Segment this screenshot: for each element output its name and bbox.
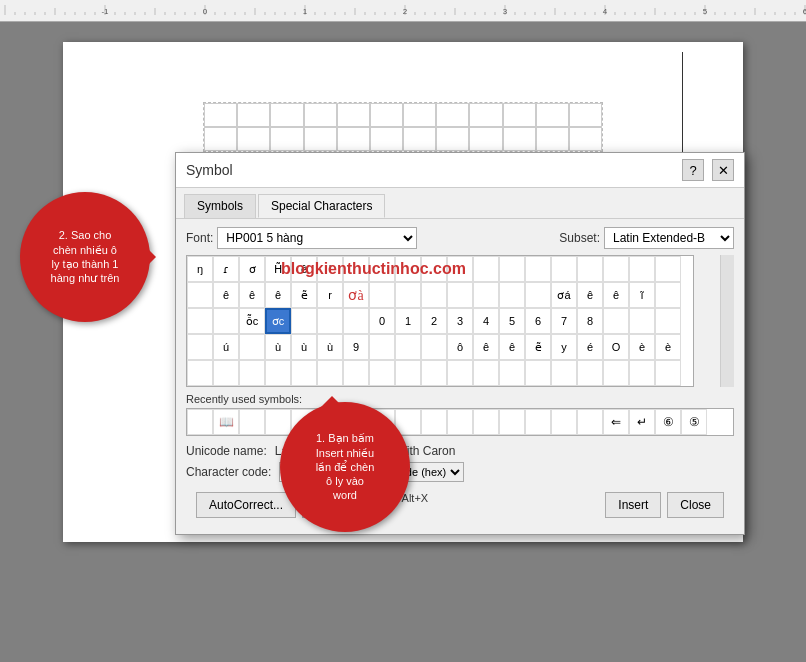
shortcut-button[interactable]: Shortcut... [302,492,383,518]
symbol-cell[interactable] [421,360,447,386]
symbol-cell[interactable] [265,360,291,386]
symbol-cell[interactable] [343,360,369,386]
symbol-cell[interactable] [577,256,603,282]
symbol-cell[interactable] [369,256,395,282]
symbol-cell[interactable] [499,256,525,282]
symbol-cell[interactable]: ơà [343,282,369,308]
recently-used-cell[interactable] [447,409,473,435]
symbol-cell[interactable] [473,282,499,308]
symbol-cell[interactable] [421,256,447,282]
symbol-cell[interactable] [551,360,577,386]
insert-button[interactable]: Insert [605,492,661,518]
symbol-cell[interactable] [239,360,265,386]
symbol-cell[interactable] [551,256,577,282]
symbol-cell[interactable]: ù [317,334,343,360]
symbol-cell[interactable]: r [317,282,343,308]
symbol-cell[interactable]: ĩ [629,282,655,308]
symbol-cell[interactable] [655,282,681,308]
symbol-cell[interactable]: ŋ [187,256,213,282]
symbol-cell[interactable] [447,256,473,282]
symbol-cell[interactable]: ẽ [291,282,317,308]
symbol-cell[interactable]: 4 [473,308,499,334]
recently-used-cell[interactable]: ⑤ [681,409,707,435]
symbol-cell[interactable]: y [551,334,577,360]
recently-used-cell[interactable] [577,409,603,435]
symbol-cell[interactable] [421,282,447,308]
recently-used-cell[interactable] [551,409,577,435]
symbol-cell[interactable] [187,308,213,334]
symbol-cell[interactable] [343,256,369,282]
symbol-cell[interactable]: ù [265,334,291,360]
symbol-grid-scrollbar[interactable] [720,255,734,387]
symbol-cell[interactable]: 7 [551,308,577,334]
autocorrect-button[interactable]: AutoCorrect... [196,492,296,518]
recently-used-cell[interactable] [343,409,369,435]
symbol-cell[interactable] [499,282,525,308]
dialog-help-button[interactable]: ? [682,159,704,181]
symbol-cell[interactable] [473,360,499,386]
symbol-cell[interactable] [317,308,343,334]
symbol-cell[interactable]: ơc [265,308,291,334]
symbol-cell[interactable] [187,360,213,386]
symbol-cell[interactable]: ú [213,334,239,360]
symbol-cell[interactable] [447,360,473,386]
symbol-cell[interactable]: 9 [343,334,369,360]
symbol-cell[interactable] [603,256,629,282]
symbol-cell[interactable]: ê [603,282,629,308]
symbol-cell[interactable]: O [603,334,629,360]
symbol-cell[interactable] [577,360,603,386]
symbol-cell[interactable] [525,360,551,386]
recently-used-cell[interactable] [421,409,447,435]
close-button[interactable]: Close [667,492,724,518]
symbol-cell[interactable]: ỗc [239,308,265,334]
symbol-cell[interactable]: 5 [499,308,525,334]
symbol-cell[interactable] [291,360,317,386]
tab-symbols[interactable]: Symbols [184,194,256,218]
font-select[interactable]: HP001 5 hàng [217,227,417,249]
recently-used-cell[interactable] [499,409,525,435]
symbol-cell[interactable] [603,308,629,334]
symbol-cell[interactable]: ɾ [213,256,239,282]
symbol-cell[interactable]: ê [577,282,603,308]
symbol-cell[interactable]: 3 [447,308,473,334]
symbol-cell[interactable] [447,282,473,308]
recently-used-cell[interactable]: 📖 [213,409,239,435]
symbol-cell[interactable]: 2 [421,308,447,334]
symbol-cell[interactable]: ơ [239,256,265,282]
symbol-cell[interactable]: ẽ [525,334,551,360]
symbol-cell[interactable] [369,282,395,308]
recently-used-cell[interactable]: ⇐ [603,409,629,435]
char-code-input[interactable] [279,462,329,482]
symbol-cell[interactable] [395,334,421,360]
symbol-cell[interactable] [473,256,499,282]
symbol-cell[interactable]: 8 [577,308,603,334]
symbol-cell[interactable]: é [577,334,603,360]
recently-used-cell[interactable] [239,409,265,435]
symbol-cell[interactable] [213,308,239,334]
symbol-cell[interactable]: ê [499,334,525,360]
symbol-cell[interactable]: ê [473,334,499,360]
symbol-cell[interactable] [629,256,655,282]
symbol-cell[interactable]: ê [291,256,317,282]
symbol-cell[interactable] [655,308,681,334]
symbol-cell[interactable] [291,308,317,334]
symbol-cell[interactable] [187,334,213,360]
symbol-cell[interactable] [187,282,213,308]
recently-used-cell[interactable] [317,409,343,435]
symbol-cell[interactable]: ' [317,256,343,282]
symbol-cell[interactable] [317,360,343,386]
from-select[interactable]: Unicode (hex) [373,462,464,482]
symbol-cell[interactable]: ê [213,282,239,308]
symbol-cell[interactable] [655,360,681,386]
symbol-cell[interactable] [421,334,447,360]
symbol-grid[interactable]: ŋɾơH̃ê'êêêẽrơàơáêêĩỗcơc012345678úùùù9ôêê… [186,255,694,387]
symbol-cell[interactable]: 6 [525,308,551,334]
symbol-cell[interactable]: ê [265,282,291,308]
symbol-cell[interactable]: è [655,334,681,360]
symbol-cell[interactable] [343,308,369,334]
symbol-cell[interactable] [629,360,655,386]
recently-used-cell[interactable] [187,409,213,435]
recently-used-cell[interactable]: ↵ [629,409,655,435]
recently-used-cell[interactable] [473,409,499,435]
symbol-cell[interactable] [655,256,681,282]
